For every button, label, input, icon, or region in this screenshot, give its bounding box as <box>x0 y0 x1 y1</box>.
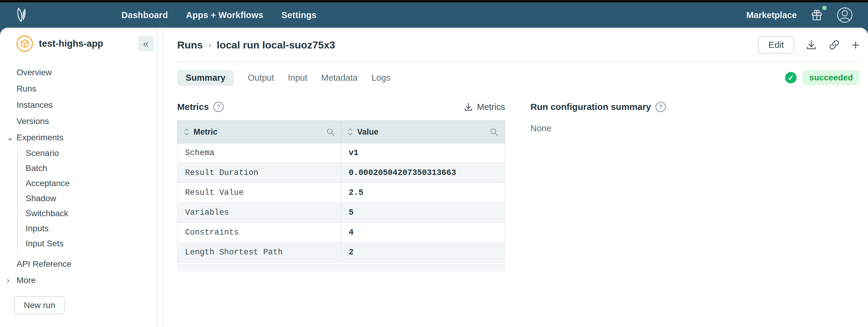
search-icon[interactable] <box>326 127 335 136</box>
experiments-submenu: Scenario Batch Acceptance Shadow Switchb… <box>17 146 157 251</box>
breadcrumb: Runs › local run local-suoz75x3 <box>177 39 335 51</box>
tab-metadata[interactable]: Metadata <box>321 73 358 83</box>
table-row: Schema v1 <box>178 143 505 163</box>
metric-cell: Result Duration <box>178 163 341 183</box>
sidebar-item-runs[interactable]: Runs <box>0 81 157 97</box>
header-actions: Edit + <box>758 36 860 54</box>
run-tabs: Summary Output Input Metadata Logs <box>177 70 391 86</box>
metric-cell: Length Shortest Path <box>178 242 341 262</box>
download-icon[interactable] <box>806 39 817 51</box>
sidebar-item-label: Scenario <box>26 149 59 158</box>
sidebar-item-instances[interactable]: Instances <box>0 97 157 113</box>
value-cell: 2 <box>341 242 505 262</box>
sidebar-item-input-sets[interactable]: Input Sets <box>18 236 157 251</box>
run-config-value: None <box>530 124 860 133</box>
table-row: Result Value 2.5 <box>178 183 505 203</box>
header-divider <box>177 61 860 62</box>
nav-links: Dashboard Apps + Workflows Settings <box>121 10 316 20</box>
value-cell: v1 <box>341 143 505 163</box>
nav-link-dashboard[interactable]: Dashboard <box>121 10 168 20</box>
sidebar-item-label: API Reference <box>17 259 71 269</box>
page-header: Runs › local run local-suoz75x3 Edit <box>177 36 860 54</box>
run-config-title: Run configuration summary <box>530 102 651 112</box>
download-metrics-link[interactable]: Metrics <box>464 102 505 112</box>
summary-content: Metrics ? Metrics <box>177 101 860 272</box>
link-icon[interactable] <box>829 39 840 51</box>
sidebar-item-api-reference[interactable]: API Reference <box>0 256 157 272</box>
avatar-icon[interactable] <box>837 7 853 23</box>
status-badge: succeeded <box>803 70 860 85</box>
help-icon[interactable]: ? <box>655 102 666 112</box>
tab-input[interactable]: Input <box>288 73 307 83</box>
sidebar-item-batch[interactable]: Batch <box>18 161 157 176</box>
download-metrics-icon <box>464 102 473 112</box>
run-config-section: Run configuration summary ? None <box>530 101 860 272</box>
content-sheet: test-highs-app « Overview Runs Instances… <box>0 28 868 327</box>
sidebar-item-label: Acceptance <box>26 178 70 188</box>
tab-logs[interactable]: Logs <box>372 73 391 83</box>
metric-cell: Result Value <box>178 183 341 203</box>
run-config-header: Run configuration summary ? <box>530 101 860 112</box>
app-cube-icon <box>17 36 33 52</box>
table-row: Constraints 4 <box>178 223 505 242</box>
sidebar-item-shadow[interactable]: Shadow <box>18 191 157 206</box>
nextmv-logo-icon[interactable] <box>16 7 28 23</box>
app-header: test-highs-app « <box>0 36 157 52</box>
metrics-title: Metrics <box>177 102 209 112</box>
top-navbar: Dashboard Apps + Workflows Settings Mark… <box>0 2 868 28</box>
search-icon[interactable] <box>490 127 498 136</box>
column-header-value[interactable]: Value <box>341 121 505 143</box>
chevron-right-icon: › <box>7 276 9 285</box>
run-status: ✓ succeeded <box>785 70 860 85</box>
tabs-row: Summary Output Input Metadata Logs ✓ suc… <box>177 69 860 86</box>
sidebar-item-label: Instances <box>17 100 53 110</box>
table-row: Length Shortest Path 2 <box>178 242 505 262</box>
sidebar-menu: Overview Runs Instances Versions ⌄ Exper… <box>0 64 157 314</box>
sidebar-item-label: Runs <box>17 84 36 94</box>
plus-icon[interactable]: + <box>851 38 860 52</box>
value-cell: 5 <box>341 203 505 223</box>
breadcrumb-separator-icon: › <box>208 40 211 50</box>
sidebar-item-inputs[interactable]: Inputs <box>18 221 157 236</box>
metrics-section: Metrics ? Metrics <box>177 101 505 272</box>
nav-link-apps-workflows[interactable]: Apps + Workflows <box>186 10 263 20</box>
sidebar-item-label: Experiments <box>17 133 64 142</box>
edit-button[interactable]: Edit <box>758 36 794 54</box>
sidebar-item-label: Switchback <box>26 209 68 218</box>
column-label: Value <box>357 127 378 137</box>
check-circle-icon: ✓ <box>785 72 797 84</box>
sidebar-item-switchback[interactable]: Switchback <box>18 206 157 221</box>
sidebar-item-acceptance[interactable]: Acceptance <box>18 176 157 191</box>
sidebar-item-label: More <box>17 275 36 285</box>
app-name: test-highs-app <box>39 38 138 49</box>
tab-summary[interactable]: Summary <box>177 70 234 86</box>
sidebar-item-versions[interactable]: Versions <box>0 113 157 129</box>
sidebar-item-label: Batch <box>26 164 47 173</box>
sidebar-item-scenario[interactable]: Scenario <box>18 146 157 161</box>
tab-output[interactable]: Output <box>248 73 274 83</box>
help-icon[interactable]: ? <box>213 102 224 112</box>
sidebar-item-label: Inputs <box>26 224 49 233</box>
value-cell: 0.00020504207350313663 <box>341 163 505 183</box>
nav-link-marketplace[interactable]: Marketplace <box>746 10 797 20</box>
column-label: Metric <box>193 127 218 137</box>
sidebar-item-more[interactable]: › More <box>0 272 157 289</box>
notification-dot <box>822 6 827 10</box>
sidebar-item-overview[interactable]: Overview <box>0 64 157 81</box>
table-row: Result Duration 0.00020504207350313663 <box>178 163 505 183</box>
sidebar-item-label: Overview <box>17 68 52 77</box>
sort-icon <box>184 128 189 136</box>
column-header-metric[interactable]: Metric <box>178 121 341 143</box>
table-row: Variables 5 <box>178 203 505 223</box>
collapse-sidebar-icon[interactable]: « <box>138 36 154 52</box>
metrics-header: Metrics ? Metrics <box>177 101 505 112</box>
screen-top-strip <box>0 0 868 2</box>
breadcrumb-current: local run local-suoz75x3 <box>217 39 335 51</box>
new-run-button[interactable]: New run <box>14 296 65 314</box>
metric-cell: Variables <box>178 203 341 223</box>
breadcrumb-runs-link[interactable]: Runs <box>177 39 203 51</box>
sidebar-item-experiments[interactable]: ⌄ Experiments <box>0 129 157 146</box>
gift-icon[interactable] <box>810 8 824 22</box>
nav-link-settings[interactable]: Settings <box>281 10 317 20</box>
metric-cell: Schema <box>178 143 341 163</box>
